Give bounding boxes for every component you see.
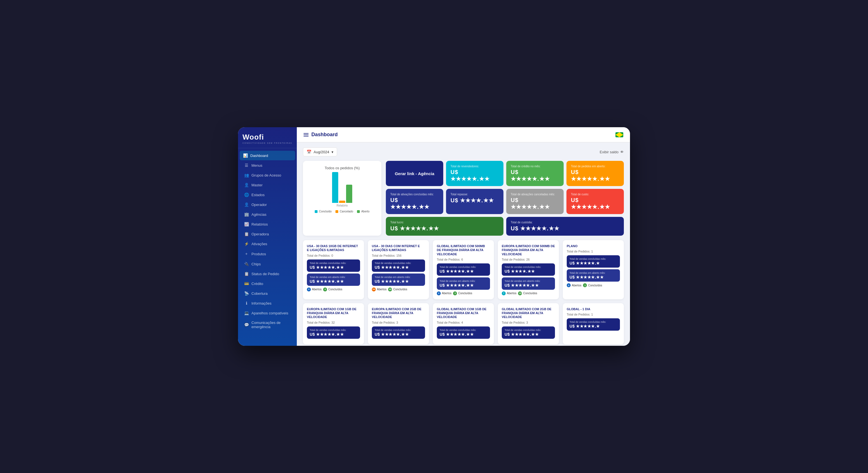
sidebar-label-produtos: Produtos (251, 252, 266, 256)
stat-custodia-value: U$ ★★★★★.★★ (511, 225, 619, 232)
relatorios-icon: 📈 (244, 222, 249, 227)
badge-abertos-label: Abertos (377, 288, 386, 291)
product-name: Global - 1 Dia (567, 307, 620, 311)
legend-aberto: Aberto (357, 210, 369, 213)
sidebar-item-menus[interactable]: ☰ Menus (240, 160, 295, 170)
agencias-icon: 🏢 (244, 212, 249, 216)
sidebar-item-agencias[interactable]: 🏢 Agências (240, 210, 295, 219)
chart-area: Relatório (308, 173, 376, 207)
product-vendas-card: Total de vendas concluídas mês: U$ ★★★★★… (567, 255, 620, 268)
menus-icon: ☰ (244, 163, 249, 168)
stat-pedidos-aberto[interactable]: Total de pedidos em aberto: U$ ★★★★★.★★ (566, 161, 624, 186)
product-aberto-label: Total de vendas em aberto mês: (440, 279, 487, 283)
page-title: Dashboard (311, 132, 338, 138)
informacoes-icon: ℹ (244, 301, 249, 305)
sidebar-item-relatorios[interactable]: 📈 Relatórios (240, 219, 295, 229)
product-card[interactable]: EUROPA ILIMITADO COM 2GB DE FRANQUIA DIÁ… (368, 303, 429, 344)
stat-ativacoes-concluidas[interactable]: Total de ativações concluídas mês: U$ ★★… (386, 189, 443, 214)
sidebar-label-master: Master (251, 183, 262, 187)
stat-custodia[interactable]: Total de custódia: U$ ★★★★★.★★ (506, 217, 624, 236)
product-aberto-card: Total de vendas em aberto mês: U$ ★★★★★.… (372, 273, 425, 286)
product-vendas-label: Total de vendas concluídas mês: (569, 258, 617, 260)
product-name: GLOBAL ILIMITADO COM 500MB DE FRANQUIA D… (437, 244, 490, 256)
product-badges: 2 Abertos 3 Concluídos (437, 291, 490, 295)
badge-abertos-label: Abertos (507, 292, 516, 295)
product-vendas-label: Total de vendas concluídas mês: (504, 266, 552, 268)
stat-custodia-label: Total de custódia: (511, 221, 619, 224)
product-aberto-label: Total de vendas em aberto mês: (504, 279, 552, 283)
eye-icon: 👁 (620, 150, 624, 154)
sidebar-label-credito: Crédito (251, 282, 263, 286)
product-orders: Total de Pedidos: 156 (372, 254, 425, 257)
sidebar-label-informacoes: Informações (251, 301, 272, 305)
brazil-flag-icon (615, 132, 623, 137)
product-aberto-value: U$ ★★★★★.★★ (504, 283, 552, 288)
product-orders: Total de Pedidos: 26 (502, 258, 555, 261)
sidebar-item-operadora[interactable]: 📋 Operadora (240, 229, 295, 239)
product-orders: Total de Pedidos: 3 (502, 321, 555, 324)
product-vendas-value: U$ ★★★★.★★ (504, 269, 552, 273)
product-badges: 7 Abertos 19 Concluídos (502, 291, 555, 295)
app-name: Woofi (243, 133, 292, 142)
badge-abertos: 2 Abertos (437, 291, 452, 295)
product-vendas-value: U$ ★★★★★.★★ (504, 332, 552, 336)
stat-credito[interactable]: Total de crédito no mês: U$ ★★★★★.★★ (506, 161, 564, 186)
bar-cancelado (339, 201, 345, 203)
product-card[interactable]: GLOBAL ILIMITADO COM 1GB DE FRANQUIA DIÁ… (433, 303, 494, 344)
product-card[interactable]: USA - 30 DIAS 10GB DE INTERNET E LIGAÇÕE… (303, 240, 364, 299)
stat-ativacoes-concluidas-value: U$ ★★★★★.★★ (390, 197, 439, 210)
topbar-title-group: Dashboard (304, 132, 338, 138)
product-orders: Total de Pedidos: 4 (437, 321, 490, 324)
sidebar-item-aparelhos[interactable]: 💻 Aparelhos compatíveis (240, 308, 295, 318)
sidebar-item-chips[interactable]: 🔌 Chips (240, 259, 295, 269)
dashboard-icon: 📊 (243, 153, 248, 158)
sidebar-item-produtos[interactable]: ＋ Produtos (240, 249, 295, 259)
product-orders: Total de Pedidos: 3 (372, 321, 425, 324)
sidebar-item-ativacoes[interactable]: ⚡ Ativações (240, 239, 295, 248)
product-card[interactable]: EUROPA ILIMITADO COM 1GB DE FRANQUIA DIÁ… (303, 303, 364, 344)
device-frame: Woofi CONECTIVIDADE SEM FRONTEIRAS 📊 Das… (238, 127, 630, 346)
sidebar-nav: 📊 Dashboard ☰ Menus 👥 Grupos de Acesso 👤… (238, 148, 297, 346)
legend-dot-concluido (315, 210, 317, 213)
product-orders: Total de Pedidos: 1 (567, 313, 620, 316)
sidebar-item-status[interactable]: 📋 Status de Pedido (240, 269, 295, 278)
sidebar-item-comunicacoes[interactable]: 💬 Comunicações de emergência (240, 318, 295, 331)
legend-cancelado: Cancelado (335, 210, 353, 213)
product-card[interactable]: USA - 30 DIAS COM INTERNET E LIGAÇÕES IL… (368, 240, 429, 299)
sidebar-item-cobertura[interactable]: 📡 Cobertura (240, 289, 295, 298)
sidebar-item-estados[interactable]: 🌐 Estados (240, 190, 295, 200)
sidebar-item-master[interactable]: 👤 Master (240, 180, 295, 190)
sidebar-item-grupos[interactable]: 👥 Grupos de Acesso (240, 170, 295, 180)
badge-dot-concluidos: 3 (453, 291, 457, 295)
product-vendas-label: Total de vendas concluídas mês: (375, 262, 422, 265)
month-select[interactable]: 📅 Aug/2024 ▾ (303, 147, 337, 156)
stat-gerar-link[interactable]: Gerar link - Agência (386, 161, 443, 186)
badge-abertos: 0 Abertos (567, 283, 581, 287)
product-card[interactable]: Plano Total de Pedidos: 1 Total de venda… (563, 240, 624, 299)
chart-card: Todos os pedidos (%) Relatório (303, 161, 381, 236)
sidebar-label-operador: Operador (251, 203, 267, 207)
stat-lucro[interactable]: Total lucro: U$ ★★★★★.★★ (386, 217, 503, 236)
product-badges: 0 Abertos 0 Concluídos (307, 288, 360, 291)
sidebar-item-informacoes[interactable]: ℹ Informações (240, 298, 295, 308)
product-vendas-card: Total de vendas concluídas mês: U$ ★★★★★… (437, 326, 490, 339)
product-vendas-card: Total de vendas concluídas mês: U$ ★★★★★… (437, 263, 490, 276)
sidebar-item-credito[interactable]: 💳 Crédito (240, 279, 295, 288)
stat-repasse[interactable]: Total repasse: U$ ★★★★.★★ (446, 189, 503, 214)
stat-revendedores-label: Total de revendedores: (451, 165, 499, 168)
stat-custo[interactable]: Total de custo: U$ ★★★★★.★★ (566, 189, 624, 214)
cobertura-icon: 📡 (244, 291, 249, 296)
chart-title: Todos os pedidos (%) (308, 166, 376, 170)
product-card[interactable]: EUROPA ILIMITADO COM 500MB DE FRANQUIA D… (498, 240, 559, 299)
product-card[interactable]: GLOBAL ILIMITADO COM 2GB DE FRANQUIA DIÁ… (498, 303, 559, 344)
product-vendas-card: Total de vendas concluídas mês: U$ ★★★★★… (307, 326, 360, 339)
exibir-saldo-button[interactable]: Exibir saldo 👁 (600, 150, 624, 154)
product-vendas-value: U$ ★★★★★.★★ (310, 265, 357, 270)
sidebar-label-comunicacoes: Comunicações de emergência (251, 321, 291, 329)
stat-revendedores[interactable]: Total de revendedores: U$ ★★★★★.★★ (446, 161, 503, 186)
sidebar-item-operador[interactable]: 👤 Operador (240, 200, 295, 209)
stat-ativacoes-canceladas[interactable]: Total de ativações canceladas mês: U$ ★★… (506, 189, 564, 214)
product-card[interactable]: GLOBAL ILIMITADO COM 500MB DE FRANQUIA D… (433, 240, 494, 299)
product-card[interactable]: Global - 1 Dia Total de Pedidos: 1 Total… (563, 303, 624, 344)
sidebar-item-dashboard[interactable]: 📊 Dashboard (240, 151, 295, 160)
